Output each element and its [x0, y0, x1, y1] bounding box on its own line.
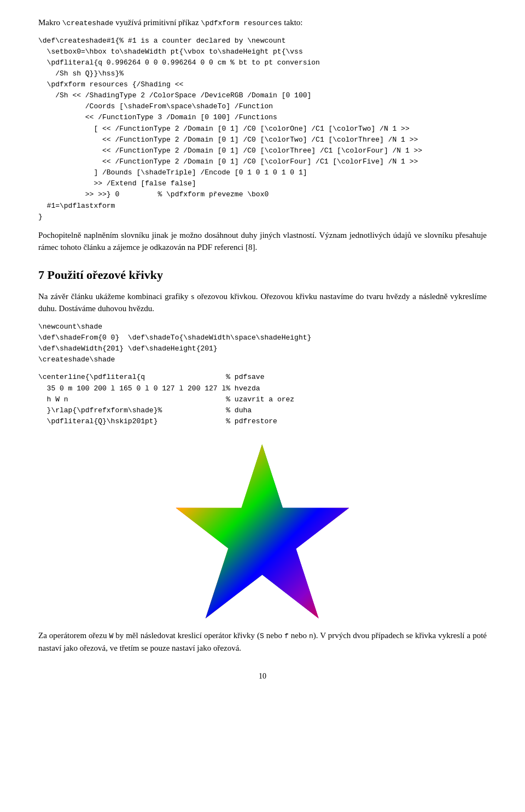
code-right: % pdfsave % hvezda % uzavrit a orez % du…	[226, 372, 487, 427]
section-7-intro: Na závěr článku ukážeme kombinaci grafik…	[38, 290, 487, 315]
star-image-area	[38, 443, 487, 618]
para-1: Pochopitelně naplněním slovníku jinak je…	[38, 229, 487, 254]
code-block-2: \newcount\shade \def\shadeFrom{0 0} \def…	[38, 322, 487, 366]
page-number: 10	[38, 670, 487, 682]
svg-rect-2	[175, 443, 350, 618]
code-block-1: \def\createshade#1{% #1 is a counter dec…	[38, 36, 487, 223]
para-2: Za operátorem ořezu W by měl následovat …	[38, 629, 487, 654]
section-number: 7 Použití ořezové křivky	[38, 268, 163, 282]
code-left: \centerline{\pdfliteral{q 35 0 m 100 200…	[38, 372, 226, 427]
section-7-heading: 7 Použití ořezové křivky	[38, 266, 487, 284]
page-content: Makro \createshade využívá primitivní př…	[38, 16, 487, 682]
intro-text: Makro \createshade využívá primitivní př…	[38, 16, 487, 29]
star-rainbow-svg	[175, 443, 350, 618]
code-block-3: \centerline{\pdfliteral{q 35 0 m 100 200…	[38, 372, 487, 427]
